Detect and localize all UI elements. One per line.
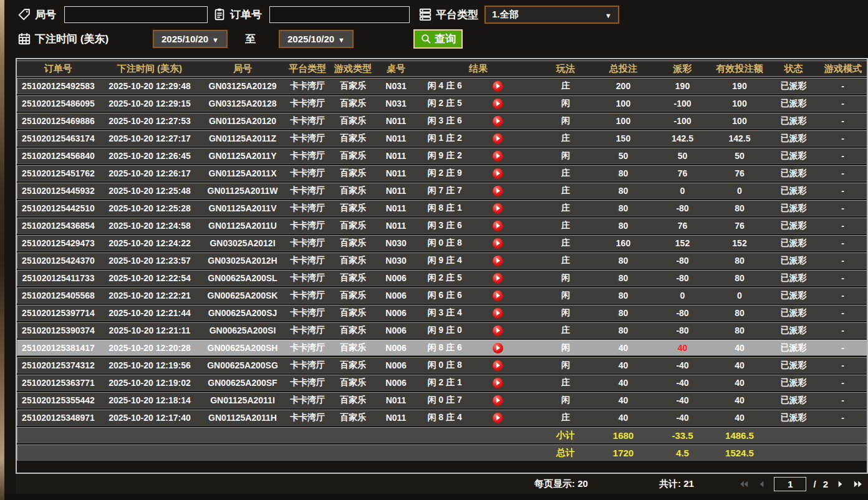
table-row[interactable]: 2510201254117332025-10-20 12:22:54GN0062… bbox=[17, 270, 868, 286]
table-row[interactable]: 2510201254568402025-10-20 12:26:45GN0112… bbox=[17, 148, 868, 164]
platform-cell: 卡卡湾厅 bbox=[285, 252, 330, 269]
play-icon[interactable] bbox=[493, 395, 503, 406]
status-cell: 已派彩 bbox=[770, 113, 817, 129]
play-icon[interactable] bbox=[493, 325, 503, 336]
game-type-cell: 百家乐 bbox=[330, 183, 376, 199]
table-row[interactable]: 2510201254517622025-10-20 12:26:17GN0112… bbox=[17, 165, 868, 181]
platform-label: 平台类型 bbox=[436, 7, 478, 22]
total-bet-cell: 40 bbox=[591, 410, 656, 426]
total-bet-cell: 80 bbox=[591, 252, 656, 269]
table-row[interactable]: 2510201254294732025-10-20 12:24:22GN0302… bbox=[17, 235, 868, 251]
status-cell: 已派彩 bbox=[770, 78, 817, 94]
payout-cell: 142.5 bbox=[656, 130, 709, 147]
round-input[interactable] bbox=[64, 6, 208, 23]
table-row[interactable]: 2510201254243702025-10-20 12:23:57GN0302… bbox=[17, 252, 868, 269]
status-cell: 已派彩 bbox=[770, 392, 817, 408]
game-type-cell: 百家乐 bbox=[330, 305, 376, 321]
table-row[interactable]: 2510201253977142025-10-20 12:21:44GN0062… bbox=[17, 305, 868, 321]
play-icon[interactable] bbox=[493, 360, 503, 371]
platform-select[interactable]: 1.全部 bbox=[485, 6, 619, 24]
order-input[interactable] bbox=[269, 6, 410, 23]
table-row[interactable]: 2510201253903742025-10-20 12:21:11GN0062… bbox=[17, 322, 868, 339]
payout-cell: -40 bbox=[656, 392, 709, 408]
game-mode-cell: - bbox=[817, 200, 868, 216]
total-bet-cell: 150 bbox=[591, 130, 656, 147]
result-text: 闲 8 庄 1 bbox=[417, 203, 472, 214]
play-icon[interactable] bbox=[493, 116, 503, 127]
status-cell: 已派彩 bbox=[770, 270, 817, 286]
game-mode-cell: - bbox=[817, 375, 868, 391]
play-icon[interactable] bbox=[493, 186, 503, 196]
result-text: 闲 2 庄 5 bbox=[417, 272, 472, 284]
table-row[interactable]: 2510201253814172025-10-20 12:20:28GN0062… bbox=[17, 340, 868, 356]
round-no-cell: GN00625A200SI bbox=[200, 322, 285, 339]
order-no-cell: 251020125390374 bbox=[17, 322, 99, 339]
play-icon[interactable] bbox=[493, 308, 503, 319]
result-text: 闲 2 庄 5 bbox=[417, 98, 472, 109]
play-icon[interactable] bbox=[493, 221, 503, 231]
play-icon[interactable] bbox=[493, 99, 503, 109]
date-from-picker[interactable]: 2025/10/20 bbox=[153, 30, 228, 48]
payout-cell: -80 bbox=[656, 322, 709, 339]
status-cell: 已派彩 bbox=[770, 252, 817, 269]
round-no-cell: GN00625A200SJ bbox=[200, 305, 285, 321]
play-icon[interactable] bbox=[493, 168, 503, 179]
table-row[interactable]: 2510201254459322025-10-20 12:25:48GN0112… bbox=[17, 183, 868, 199]
result-text: 闲 3 庄 6 bbox=[417, 220, 472, 231]
prev-page-icon[interactable] bbox=[756, 479, 767, 489]
table-row[interactable]: 2510201253489712025-10-20 12:17:40GN0112… bbox=[17, 410, 868, 426]
play-icon[interactable] bbox=[493, 256, 503, 266]
play-icon[interactable] bbox=[493, 413, 503, 423]
play-icon[interactable] bbox=[493, 238, 503, 249]
table-row[interactable]: 2510201253743122025-10-20 12:19:56GN0062… bbox=[17, 357, 868, 373]
platform-cell: 卡卡湾厅 bbox=[285, 183, 330, 199]
last-page-icon[interactable] bbox=[852, 479, 863, 489]
play-type-cell: 闲 bbox=[541, 305, 591, 321]
status-cell: 已派彩 bbox=[770, 130, 817, 147]
table-row[interactable]: 2510201254698862025-10-20 12:27:53GN0112… bbox=[17, 113, 868, 129]
game-mode-cell: - bbox=[817, 130, 868, 147]
table-no-cell: N006 bbox=[376, 270, 416, 286]
valid-bet-cell: 40 bbox=[709, 375, 770, 391]
play-icon[interactable] bbox=[493, 81, 503, 92]
result-cell: 闲 8 庄 1 bbox=[416, 200, 541, 216]
table-no-cell: N031 bbox=[376, 78, 416, 94]
date-to-picker[interactable]: 2025/10/20 bbox=[279, 30, 354, 48]
table-no-cell: N011 bbox=[376, 113, 416, 129]
play-icon[interactable] bbox=[493, 151, 503, 161]
play-icon[interactable] bbox=[493, 133, 503, 144]
table-row[interactable]: 2510201253554422025-10-20 12:18:14GN0112… bbox=[17, 392, 868, 408]
play-icon[interactable] bbox=[493, 203, 503, 214]
chevron-down-icon bbox=[605, 9, 612, 20]
round-no-cell: GN01125A2011Y bbox=[200, 148, 285, 164]
result-cell: 闲 7 庄 7 bbox=[416, 183, 541, 199]
round-no-cell: GN03025A2012H bbox=[200, 252, 285, 269]
payout-cell: 0 bbox=[656, 287, 709, 304]
search-button[interactable]: 查询 bbox=[413, 29, 463, 49]
first-page-icon[interactable] bbox=[739, 479, 750, 489]
result-text: 闲 2 庄 9 bbox=[417, 168, 472, 179]
result-cell: 闲 3 庄 6 bbox=[416, 218, 541, 234]
table-row[interactable]: 2510201254860952025-10-20 12:29:15GN0312… bbox=[17, 95, 868, 112]
order-no-cell: 251020125405568 bbox=[17, 287, 99, 304]
order-no-cell: 251020125492583 bbox=[17, 78, 99, 94]
play-icon[interactable] bbox=[493, 343, 503, 353]
table-row[interactable]: 2510201254055682025-10-20 12:22:21GN0062… bbox=[17, 287, 868, 304]
next-page-icon[interactable] bbox=[835, 479, 846, 489]
table-row[interactable]: 2510201254368542025-10-20 12:24:58GN0112… bbox=[17, 218, 868, 234]
total-bet-cell: 80 bbox=[591, 322, 656, 339]
table-row[interactable]: 2510201253637712025-10-20 12:19:02GN0062… bbox=[17, 375, 868, 391]
order-no-cell: 251020125445932 bbox=[17, 183, 99, 199]
page-number-input[interactable] bbox=[774, 477, 806, 491]
table-row[interactable]: 2510201254425102025-10-20 12:25:28GN0112… bbox=[17, 200, 868, 216]
table-row[interactable]: 2510201254631742025-10-20 12:27:17GN0112… bbox=[17, 130, 868, 147]
play-icon[interactable] bbox=[493, 378, 503, 388]
table-row[interactable]: 2510201254925832025-10-20 12:29:48GN0312… bbox=[17, 78, 868, 94]
game-type-cell: 百家乐 bbox=[330, 375, 376, 391]
filter-bar: 局号 订单号 平台类型 1.全部 下注时间 (美东) bbox=[16, 0, 864, 57]
status-cell: 已派彩 bbox=[770, 235, 817, 251]
bet-time-cell: 2025-10-20 12:19:56 bbox=[99, 357, 200, 373]
play-icon[interactable] bbox=[493, 273, 503, 284]
result-cell: 闲 0 庄 8 bbox=[416, 235, 541, 251]
play-icon[interactable] bbox=[493, 291, 503, 301]
